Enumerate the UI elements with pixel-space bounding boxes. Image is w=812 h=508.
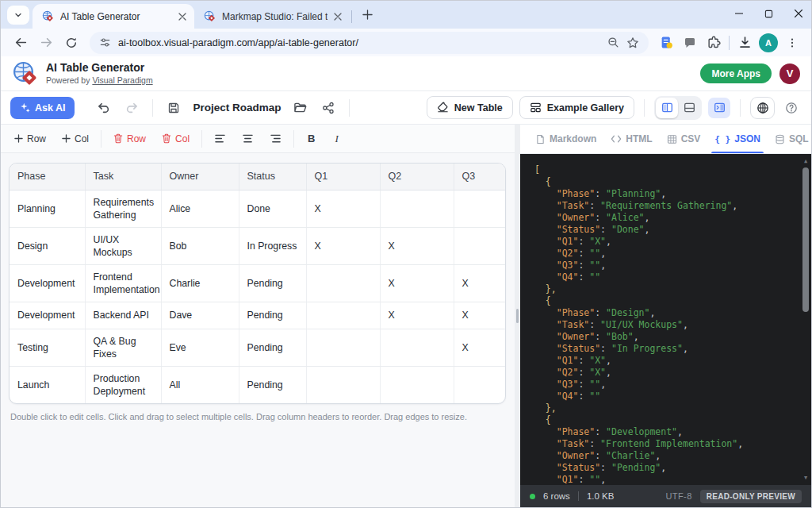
resize-handle[interactable] xyxy=(516,309,519,323)
column-header[interactable]: Phase xyxy=(10,164,85,190)
scrollbar-thumb[interactable] xyxy=(802,167,809,312)
language-button[interactable] xyxy=(750,97,775,119)
align-right-button[interactable] xyxy=(262,129,289,148)
browser-tab-active[interactable]: AI Table Generator xyxy=(33,4,194,29)
address-bar[interactable]: ai-toolbox.visual-paradigm.com/app/ai-ta… xyxy=(90,32,649,54)
tab-html[interactable]: HTML xyxy=(603,125,659,153)
table-cell[interactable]: All xyxy=(161,366,239,403)
italic-button[interactable]: I xyxy=(325,129,347,148)
table-cell[interactable]: Development xyxy=(10,302,85,329)
table-cell[interactable]: Pending xyxy=(239,366,306,403)
delete-row-button[interactable]: Row xyxy=(106,129,153,148)
browser-menu-button[interactable] xyxy=(781,32,803,54)
table-cell[interactable] xyxy=(380,190,454,227)
maximize-icon[interactable] xyxy=(764,10,773,18)
table-cell[interactable] xyxy=(380,329,454,366)
table-cell[interactable]: X xyxy=(380,302,454,329)
table-cell[interactable]: Pending xyxy=(239,302,306,329)
table-cell[interactable]: Production Deployment xyxy=(85,366,161,403)
table-cell[interactable]: Pending xyxy=(239,329,306,366)
tab-close-icon[interactable] xyxy=(334,13,342,21)
table-cell[interactable]: Charlie xyxy=(161,264,239,302)
table-cell[interactable] xyxy=(380,366,454,403)
back-button[interactable] xyxy=(9,31,33,55)
table-cell[interactable] xyxy=(454,366,506,403)
table-cell[interactable]: Requirements Gathering xyxy=(85,190,161,227)
tab-search-button[interactable] xyxy=(7,6,29,25)
more-apps-button[interactable]: More Apps xyxy=(700,64,772,83)
tab-close-icon[interactable] xyxy=(178,13,186,21)
new-table-button[interactable]: New Table xyxy=(427,96,513,119)
redo-button[interactable] xyxy=(121,97,143,119)
column-header[interactable]: Owner xyxy=(161,164,239,190)
table-cell[interactable]: Frontend Implementation xyxy=(85,264,161,302)
table-cell[interactable]: Design xyxy=(10,227,85,264)
table-cell[interactable]: Planning xyxy=(10,190,85,227)
table-cell[interactable]: Launch xyxy=(10,366,85,403)
table-cell[interactable]: X xyxy=(306,190,380,227)
table-cell[interactable] xyxy=(306,366,380,403)
table-cell[interactable]: X xyxy=(454,302,506,329)
site-settings-icon[interactable] xyxy=(99,37,111,48)
table-cell[interactable]: Dave xyxy=(161,302,239,329)
toggle-preview-panel-button[interactable] xyxy=(708,98,730,118)
table-cell[interactable]: X xyxy=(454,329,506,366)
column-header[interactable]: Q1 xyxy=(306,164,380,190)
table-cell[interactable]: X xyxy=(380,227,454,264)
open-file-button[interactable] xyxy=(289,97,311,119)
extension-chat-icon[interactable] xyxy=(679,32,701,54)
scroll-down-arrow[interactable]: ▼ xyxy=(800,472,811,483)
browser-tab-inactive[interactable]: Markmap Studio: Failed to oper xyxy=(194,4,350,29)
align-center-button[interactable] xyxy=(235,129,261,148)
zoom-out-icon[interactable] xyxy=(607,37,619,48)
code-scrollbar[interactable]: ▲ ▼ xyxy=(800,154,811,485)
align-left-button[interactable] xyxy=(207,129,233,148)
column-header[interactable]: Status xyxy=(239,164,306,190)
table-cell[interactable]: In Progress xyxy=(239,227,306,264)
table-cell[interactable]: X xyxy=(306,227,380,264)
visual-paradigm-link[interactable]: Visual Paradigm xyxy=(92,75,152,85)
share-button[interactable] xyxy=(317,97,339,119)
document-title[interactable]: Project Roadmap xyxy=(193,102,281,114)
tab-json[interactable]: { } JSON xyxy=(707,125,768,153)
undo-button[interactable] xyxy=(92,97,114,119)
minimize-icon[interactable] xyxy=(734,9,744,18)
save-button[interactable] xyxy=(163,97,185,119)
table-cell[interactable]: Alice xyxy=(161,190,239,227)
tab-markdown[interactable]: Markdown xyxy=(528,125,603,153)
table-cell[interactable]: Backend API xyxy=(85,302,161,329)
table-cell[interactable]: UI/UX Mockups xyxy=(85,227,161,264)
table-cell[interactable]: X xyxy=(380,264,454,302)
browser-profile-avatar[interactable]: A xyxy=(759,33,778,52)
column-header[interactable]: Q2 xyxy=(380,164,454,190)
table-cell[interactable] xyxy=(306,302,380,329)
close-icon[interactable] xyxy=(794,9,803,18)
table-cell[interactable] xyxy=(306,264,380,302)
tab-csv[interactable]: CSV xyxy=(660,125,708,153)
table-cell[interactable]: Bob xyxy=(161,227,239,264)
table-cell[interactable]: Done xyxy=(239,190,306,227)
table-cell[interactable] xyxy=(306,329,380,366)
table-cell[interactable]: Eve xyxy=(161,329,239,366)
tab-sql[interactable]: SQL xyxy=(768,125,812,153)
delete-col-button[interactable]: Col xyxy=(155,129,197,148)
extension-docs-icon[interactable] xyxy=(655,32,677,54)
table-cell[interactable]: Pending xyxy=(239,264,306,302)
url-text[interactable]: ai-toolbox.visual-paradigm.com/app/ai-ta… xyxy=(118,37,600,48)
table-cell[interactable] xyxy=(454,227,506,264)
forward-button[interactable] xyxy=(34,31,58,55)
extensions-puzzle-icon[interactable] xyxy=(703,32,725,54)
downloads-button[interactable] xyxy=(733,32,756,54)
table-cell[interactable]: QA & Bug Fixes xyxy=(85,329,161,366)
table-cell[interactable]: Testing xyxy=(10,329,85,366)
layout-horizontal-split-button[interactable] xyxy=(678,98,700,118)
add-row-button[interactable]: Row xyxy=(7,129,53,148)
ask-ai-button[interactable]: Ask AI xyxy=(10,97,75,119)
new-tab-button[interactable] xyxy=(357,4,377,25)
add-col-button[interactable]: Col xyxy=(55,129,96,148)
table-cell[interactable]: Development xyxy=(10,264,85,302)
scroll-up-arrow[interactable]: ▲ xyxy=(800,156,811,167)
layout-vertical-split-button[interactable] xyxy=(656,98,678,118)
account-avatar[interactable]: V xyxy=(779,64,800,84)
bold-button[interactable]: B xyxy=(299,129,324,148)
